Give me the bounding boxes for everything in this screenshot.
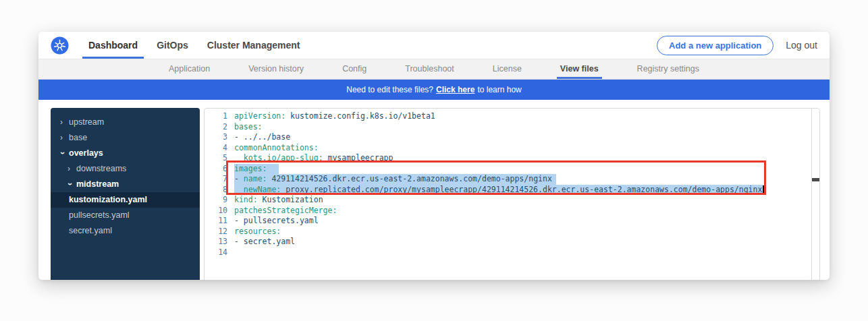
nav-tab-gitops[interactable]: GitOps (151, 32, 194, 59)
tree-file-kustomization-yaml[interactable]: kustomization.yaml (51, 192, 200, 208)
nav-tab-cluster-management[interactable]: Cluster Management (201, 32, 306, 59)
editor-scrollbar-track[interactable] (811, 109, 819, 280)
tab-version-history[interactable]: Version history (245, 59, 307, 79)
editor-scrollbar-thumb[interactable] (812, 178, 819, 181)
code-text: images: (234, 164, 279, 175)
nav-tab-dashboard[interactable]: Dashboard (82, 32, 144, 59)
tree-item-label: pullsecrets.yaml (69, 208, 130, 223)
line-number: 8 (205, 185, 227, 196)
code-text: apiVersion: kustomize.config.k8s.io/v1be… (234, 111, 435, 122)
banner-text-after: to learn how (477, 85, 521, 94)
topnav-actions: Add a new application Log out (657, 36, 817, 55)
line-number: 1 (205, 111, 227, 122)
tab-registry-settings[interactable]: Registry settings (634, 59, 703, 79)
code-line-12: 12resources: (205, 227, 819, 237)
line-number: 11 (205, 216, 227, 227)
yaml-file-editor[interactable]: 1apiVersion: kustomize.config.k8s.io/v1b… (204, 108, 820, 280)
code-line-7: 7- name: 429114214526.dkr.ecr.us-east-2.… (205, 174, 819, 185)
code-text: - ../../base (234, 132, 290, 143)
add-application-button[interactable]: Add a new application (657, 36, 774, 55)
tree-file-secret-yaml[interactable]: secret.yaml (51, 223, 200, 239)
code-line-1: 1apiVersion: kustomize.config.k8s.io/v1b… (205, 111, 819, 122)
line-number: 9 (205, 195, 227, 206)
chevron-right-icon: › (60, 115, 65, 130)
top-navigation-bar: DashboardGitOpsCluster Management Add a … (38, 32, 830, 59)
chevron-down-icon: › (55, 152, 70, 156)
code-text: kots.io/app-slug: mysampleecrapp (234, 153, 393, 164)
tree-folder-downstreams[interactable]: ›downstreams (51, 161, 200, 177)
code-lines-container: 1apiVersion: kustomize.config.k8s.io/v1b… (205, 111, 819, 258)
code-line-11: 11- pullsecrets.yaml (205, 216, 819, 227)
logout-link[interactable]: Log out (786, 40, 817, 51)
tree-folder-upstream[interactable]: ›upstream (51, 115, 200, 130)
tree-item-label: downstreams (76, 161, 126, 177)
code-line-5: 5 kots.io/app-slug: mysampleecrapp (205, 153, 819, 164)
text-cursor (763, 185, 764, 194)
code-line-8: 8 newName: proxy.replicated.com/proxy/my… (205, 185, 819, 196)
tree-file-pullsecrets-yaml[interactable]: pullsecrets.yaml (51, 208, 200, 223)
tab-view-files[interactable]: View files (557, 59, 602, 79)
banner-text-before: Need to edit these files? (346, 85, 433, 94)
line-number: 6 (205, 164, 227, 175)
code-line-14: 14 (205, 247, 819, 258)
code-line-13: 13- secret.yaml (205, 237, 819, 247)
code-line-2: 2bases: (205, 122, 819, 133)
code-text: commonAnnotations: (234, 143, 319, 154)
primary-nav-tabs: DashboardGitOpsCluster Management (82, 32, 313, 59)
tab-troubleshoot[interactable]: Troubleshoot (402, 59, 458, 79)
code-text: - name: 429114214526.dkr.ecr.us-east-2.a… (234, 174, 556, 185)
code-text: resources: (234, 227, 281, 237)
code-text: patchesStrategicMerge: (234, 206, 337, 216)
tree-folder-base[interactable]: ›base (51, 130, 200, 146)
code-text: newName: proxy.replicated.com/proxy/mysa… (234, 185, 764, 196)
line-number: 3 (205, 132, 227, 143)
tree-item-label: upstream (69, 115, 104, 130)
code-text: - pullsecrets.yaml (234, 216, 319, 227)
line-number: 10 (205, 206, 227, 216)
code-text: kind: Kustomization (234, 195, 323, 206)
kubernetes-logo-icon (51, 36, 69, 55)
line-number: 7 (205, 174, 227, 185)
banner-click-here-link[interactable]: Click here (436, 85, 474, 94)
view-files-content: ›upstream›base›overlays›downstreams›mids… (38, 100, 830, 280)
tree-item-label: midstream (76, 177, 119, 192)
chevron-down-icon: › (62, 183, 78, 187)
line-number: 13 (205, 237, 227, 247)
code-line-6: 6images: (205, 164, 819, 175)
line-number: 5 (205, 153, 227, 164)
code-line-10: 10patchesStrategicMerge: (205, 206, 819, 216)
chevron-right-icon: › (67, 161, 72, 177)
code-line-3: 3- ../../base (205, 132, 819, 143)
line-number: 12 (205, 227, 227, 237)
admin-console-window: DashboardGitOpsCluster Management Add a … (38, 32, 830, 280)
tab-application[interactable]: Application (165, 59, 213, 79)
code-text: - secret.yaml (234, 237, 295, 247)
line-number: 2 (205, 122, 227, 133)
code-line-4: 4commonAnnotations: (205, 143, 819, 154)
file-tree-sidebar: ›upstream›base›overlays›downstreams›mids… (51, 108, 200, 280)
tree-folder-overlays[interactable]: ›overlays (51, 146, 200, 161)
code-text: bases: (234, 122, 263, 133)
app-section-tabs: ApplicationVersion historyConfigTroubles… (38, 59, 830, 80)
chevron-right-icon: › (60, 130, 65, 146)
tab-license[interactable]: License (489, 59, 525, 79)
tree-folder-midstream[interactable]: ›midstream (51, 177, 200, 192)
line-number: 14 (205, 247, 227, 258)
tree-item-label: base (69, 130, 87, 146)
code-line-9: 9kind: Kustomization (205, 195, 819, 206)
tab-config[interactable]: Config (339, 59, 370, 79)
tree-item-label: secret.yaml (69, 223, 112, 239)
tree-item-label: overlays (69, 146, 103, 161)
line-number: 4 (205, 143, 227, 154)
edit-files-banner: Need to edit these files? Click here to … (38, 80, 830, 100)
tree-item-label: kustomization.yaml (69, 192, 147, 208)
